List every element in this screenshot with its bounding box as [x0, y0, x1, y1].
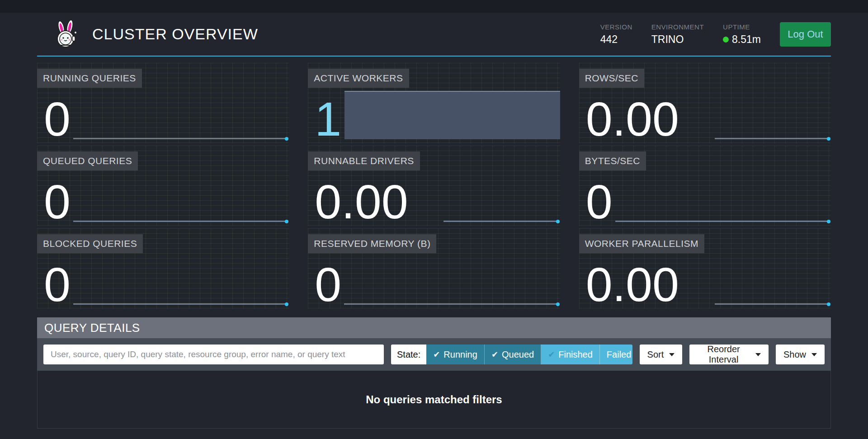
sparkline: [73, 303, 288, 305]
card-label: BYTES/SEC: [579, 151, 646, 170]
state-filter-failed-dropdown[interactable]: Failed: [600, 345, 632, 364]
top-strip: [0, 0, 868, 13]
sparkline: [73, 138, 288, 139]
state-filter-running[interactable]: ✔ Running: [426, 345, 485, 364]
check-icon: ✔: [433, 349, 440, 359]
card-value: 1: [315, 99, 341, 139]
state-filter-queued[interactable]: ✔ Queued: [485, 345, 541, 364]
card-rows-per-sec: ROWS/SEC 0.00: [579, 63, 831, 143]
sparkline: [443, 221, 558, 222]
sort-dropdown-button[interactable]: Sort: [640, 345, 683, 364]
card-blocked-queries: BLOCKED QUERIES 0: [37, 228, 289, 309]
environment-value: TRINO: [651, 33, 704, 46]
uptime-text: 8.51m: [732, 33, 761, 46]
card-active-workers: ACTIVE WORKERS 1: [308, 63, 560, 143]
state-filter-group: State: ✔ Running ✔ Queued ✔ Finished Fai…: [391, 345, 632, 364]
sparkline: [73, 221, 288, 222]
meta-version: VERSION 442: [600, 23, 632, 46]
sparkline-dot: [285, 137, 288, 141]
empty-message: No queries matched filters: [366, 393, 502, 406]
query-search-input[interactable]: [43, 345, 384, 364]
card-label: QUEUED QUERIES: [37, 151, 138, 170]
card-label: BLOCKED QUERIES: [37, 234, 143, 253]
card-value: 0: [44, 99, 71, 139]
sparkline: [344, 303, 558, 305]
query-details-panel: QUERY DETAILS State: ✔ Running ✔ Queued …: [37, 317, 831, 429]
state-filter-label: State:: [391, 345, 426, 364]
header-meta: VERSION 442 ENVIRONMENT TRINO UPTIME 8.5…: [600, 22, 831, 47]
uptime-label: UPTIME: [723, 23, 761, 31]
card-value: 0.00: [315, 182, 408, 222]
trino-bunny-logo: [54, 20, 80, 48]
sparkline: [715, 138, 830, 139]
state-filter-finished[interactable]: ✔ Finished: [541, 345, 600, 364]
card-value: 0: [44, 182, 71, 222]
card-label: RUNNABLE DRIVERS: [308, 151, 420, 170]
card-value: 0: [315, 265, 341, 304]
card-bytes-per-sec: BYTES/SEC 0: [579, 146, 831, 226]
version-value: 442: [600, 33, 632, 46]
check-icon: ✔: [548, 349, 555, 359]
card-value: 0.00: [586, 99, 679, 139]
card-reserved-memory: RESERVED MEMORY (B) 0: [308, 228, 560, 309]
logout-button[interactable]: Log Out: [780, 22, 831, 47]
state-filter-queued-label: Queued: [502, 349, 534, 360]
sparkline: [615, 221, 830, 222]
card-queued-queries: QUEUED QUERIES 0: [37, 146, 289, 226]
card-value: 0: [44, 265, 71, 304]
sparkline-dot: [556, 302, 560, 306]
query-list-empty-state: No queries matched filters: [37, 371, 831, 429]
card-running-queries: RUNNING QUERIES 0: [37, 63, 289, 143]
meta-environment: ENVIRONMENT TRINO: [651, 23, 704, 46]
card-label: ACTIVE WORKERS: [308, 69, 409, 88]
sparkline-dot: [285, 302, 288, 306]
query-details-toolbar: State: ✔ Running ✔ Queued ✔ Finished Fai…: [37, 338, 831, 371]
card-value: 0.00: [586, 265, 679, 304]
check-icon: ✔: [491, 349, 498, 359]
page-title: CLUSTER OVERVIEW: [92, 25, 258, 43]
card-label: WORKER PARALLELISM: [579, 234, 704, 253]
meta-uptime: UPTIME 8.51m: [723, 23, 761, 46]
sparkline-dot: [827, 137, 830, 141]
sparkline: [715, 303, 830, 305]
card-label: RUNNING QUERIES: [37, 69, 142, 88]
sparkline-dot: [285, 220, 288, 223]
sparkline-dot: [827, 302, 830, 306]
state-filter-running-label: Running: [443, 349, 477, 360]
card-runnable-drivers: RUNNABLE DRIVERS 0.00: [308, 146, 560, 226]
state-filter-failed-label: Failed: [607, 349, 631, 360]
reorder-interval-label: Reorder Interval: [697, 344, 750, 365]
sparkline-dot: [827, 220, 830, 223]
chevron-down-icon: [811, 353, 817, 356]
chevron-down-icon: [669, 353, 675, 356]
stat-cards-grid: RUNNING QUERIES 0 ACTIVE WORKERS 1 ROWS/…: [37, 63, 831, 309]
query-details-title: QUERY DETAILS: [37, 317, 831, 338]
state-filter-finished-label: Finished: [558, 349, 593, 360]
environment-label: ENVIRONMENT: [651, 23, 704, 31]
card-label: ROWS/SEC: [579, 69, 644, 88]
card-label: RESERVED MEMORY (B): [308, 234, 436, 253]
card-value: 0: [586, 182, 613, 222]
show-dropdown-button[interactable]: Show: [776, 345, 825, 364]
show-label: Show: [783, 349, 806, 360]
active-workers-area-chart: [344, 91, 560, 139]
version-label: VERSION: [600, 23, 632, 31]
toolbar-right-controls: Sort Reorder Interval Show: [640, 345, 825, 364]
uptime-value: 8.51m: [723, 33, 761, 46]
sort-label: Sort: [647, 349, 664, 360]
reorder-interval-dropdown-button[interactable]: Reorder Interval: [689, 345, 769, 364]
sparkline-dot: [556, 220, 560, 223]
uptime-status-dot-icon: [723, 37, 729, 42]
header: CLUSTER OVERVIEW VERSION 442 ENVIRONMENT…: [37, 13, 831, 57]
chevron-down-icon: [755, 353, 761, 356]
card-worker-parallelism: WORKER PARALLELISM 0.00: [579, 228, 831, 309]
